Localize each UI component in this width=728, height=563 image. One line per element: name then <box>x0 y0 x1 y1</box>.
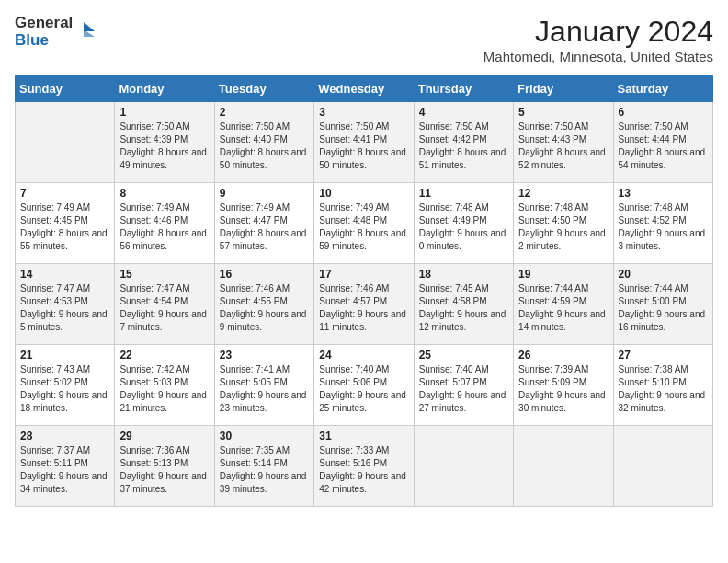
day-detail: Sunrise: 7:50 AMSunset: 4:42 PMDaylight:… <box>419 121 506 170</box>
header-monday: Monday <box>115 76 214 102</box>
day-number: 1 <box>119 106 209 119</box>
day-detail: Sunrise: 7:38 AMSunset: 5:10 PMDaylight:… <box>619 364 706 413</box>
calendar-cell: 19 Sunrise: 7:44 AMSunset: 4:59 PMDaylig… <box>514 264 613 345</box>
calendar-cell <box>414 426 513 507</box>
day-detail: Sunrise: 7:44 AMSunset: 4:59 PMDaylight:… <box>518 283 606 332</box>
week-row-1: 1 Sunrise: 7:50 AMSunset: 4:39 PMDayligh… <box>16 102 713 183</box>
day-detail: Sunrise: 7:45 AMSunset: 4:58 PMDaylight:… <box>419 283 506 332</box>
header-sunday: Sunday <box>16 76 115 102</box>
week-row-4: 21 Sunrise: 7:43 AMSunset: 5:02 PMDaylig… <box>16 345 713 426</box>
day-number: 19 <box>518 268 608 281</box>
day-detail: Sunrise: 7:49 AMSunset: 4:46 PMDaylight:… <box>119 202 207 251</box>
day-detail: Sunrise: 7:48 AMSunset: 4:50 PMDaylight:… <box>518 202 606 251</box>
calendar-cell: 8 Sunrise: 7:49 AMSunset: 4:46 PMDayligh… <box>115 183 214 264</box>
calendar-cell: 11 Sunrise: 7:48 AMSunset: 4:49 PMDaylig… <box>414 183 513 264</box>
logo-general: General <box>15 15 73 32</box>
calendar-cell <box>613 426 712 507</box>
day-number: 9 <box>220 187 309 200</box>
calendar-cell: 25 Sunrise: 7:40 AMSunset: 5:07 PMDaylig… <box>414 345 513 426</box>
day-detail: Sunrise: 7:33 AMSunset: 5:16 PMDaylight:… <box>319 445 406 494</box>
logo: General Blue <box>15 15 95 49</box>
day-detail: Sunrise: 7:49 AMSunset: 4:47 PMDaylight:… <box>220 202 307 251</box>
page-header: General Blue January 2024 Mahtomedi, Min… <box>15 15 713 64</box>
location: Mahtomedi, Minnesota, United States <box>483 49 713 64</box>
day-number: 8 <box>119 187 209 200</box>
day-number: 26 <box>518 349 608 362</box>
calendar-cell: 20 Sunrise: 7:44 AMSunset: 5:00 PMDaylig… <box>613 264 712 345</box>
day-number: 16 <box>220 268 309 281</box>
day-number: 23 <box>220 349 309 362</box>
calendar-cell: 18 Sunrise: 7:45 AMSunset: 4:58 PMDaylig… <box>414 264 513 345</box>
day-detail: Sunrise: 7:36 AMSunset: 5:13 PMDaylight:… <box>119 445 207 494</box>
calendar-cell: 23 Sunrise: 7:41 AMSunset: 5:05 PMDaylig… <box>214 345 313 426</box>
calendar-cell: 12 Sunrise: 7:48 AMSunset: 4:50 PMDaylig… <box>514 183 613 264</box>
day-detail: Sunrise: 7:48 AMSunset: 4:52 PMDaylight:… <box>619 202 706 251</box>
day-detail: Sunrise: 7:47 AMSunset: 4:53 PMDaylight:… <box>20 283 108 332</box>
header-thursday: Thursday <box>414 76 513 102</box>
week-row-5: 28 Sunrise: 7:37 AMSunset: 5:11 PMDaylig… <box>16 426 713 507</box>
calendar-cell <box>16 102 115 183</box>
title-block: January 2024 Mahtomedi, Minnesota, Unite… <box>483 15 713 64</box>
day-number: 27 <box>619 349 708 362</box>
day-number: 20 <box>619 268 708 281</box>
header-saturday: Saturday <box>613 76 712 102</box>
calendar-cell: 15 Sunrise: 7:47 AMSunset: 4:54 PMDaylig… <box>115 264 214 345</box>
calendar-cell: 16 Sunrise: 7:46 AMSunset: 4:55 PMDaylig… <box>214 264 313 345</box>
day-number: 31 <box>319 430 408 442</box>
week-row-3: 14 Sunrise: 7:47 AMSunset: 4:53 PMDaylig… <box>16 264 713 345</box>
day-detail: Sunrise: 7:35 AMSunset: 5:14 PMDaylight:… <box>220 445 307 494</box>
day-number: 17 <box>319 268 408 281</box>
day-detail: Sunrise: 7:48 AMSunset: 4:49 PMDaylight:… <box>419 202 506 251</box>
calendar-cell: 29 Sunrise: 7:36 AMSunset: 5:13 PMDaylig… <box>115 426 214 507</box>
calendar-cell: 28 Sunrise: 7:37 AMSunset: 5:11 PMDaylig… <box>16 426 115 507</box>
day-detail: Sunrise: 7:39 AMSunset: 5:09 PMDaylight:… <box>518 364 606 413</box>
day-detail: Sunrise: 7:37 AMSunset: 5:11 PMDaylight:… <box>20 445 108 494</box>
calendar-cell: 3 Sunrise: 7:50 AMSunset: 4:41 PMDayligh… <box>314 102 414 183</box>
day-number: 11 <box>419 187 508 200</box>
calendar-cell: 31 Sunrise: 7:33 AMSunset: 5:16 PMDaylig… <box>314 426 414 507</box>
day-detail: Sunrise: 7:44 AMSunset: 5:00 PMDaylight:… <box>619 283 706 332</box>
svg-marker-0 <box>84 22 95 31</box>
calendar-cell: 22 Sunrise: 7:42 AMSunset: 5:03 PMDaylig… <box>115 345 214 426</box>
day-number: 6 <box>619 106 708 119</box>
calendar-cell: 13 Sunrise: 7:48 AMSunset: 4:52 PMDaylig… <box>613 183 712 264</box>
calendar-cell: 6 Sunrise: 7:50 AMSunset: 4:44 PMDayligh… <box>613 102 712 183</box>
day-detail: Sunrise: 7:46 AMSunset: 4:57 PMDaylight:… <box>319 283 406 332</box>
day-detail: Sunrise: 7:50 AMSunset: 4:41 PMDaylight:… <box>319 121 406 170</box>
day-number: 18 <box>419 268 508 281</box>
week-row-2: 7 Sunrise: 7:49 AMSunset: 4:45 PMDayligh… <box>16 183 713 264</box>
day-detail: Sunrise: 7:41 AMSunset: 5:05 PMDaylight:… <box>220 364 307 413</box>
logo-bird-icon <box>74 20 95 44</box>
day-detail: Sunrise: 7:50 AMSunset: 4:39 PMDaylight:… <box>119 121 207 170</box>
day-number: 30 <box>220 430 309 442</box>
day-number: 2 <box>220 106 309 119</box>
day-detail: Sunrise: 7:47 AMSunset: 4:54 PMDaylight:… <box>119 283 207 332</box>
calendar-cell: 7 Sunrise: 7:49 AMSunset: 4:45 PMDayligh… <box>16 183 115 264</box>
day-detail: Sunrise: 7:50 AMSunset: 4:44 PMDaylight:… <box>619 121 706 170</box>
calendar-cell: 24 Sunrise: 7:40 AMSunset: 5:06 PMDaylig… <box>314 345 414 426</box>
day-number: 21 <box>20 349 109 362</box>
day-number: 5 <box>518 106 608 119</box>
day-number: 15 <box>119 268 209 281</box>
calendar-cell: 30 Sunrise: 7:35 AMSunset: 5:14 PMDaylig… <box>214 426 313 507</box>
header-friday: Friday <box>514 76 613 102</box>
day-number: 25 <box>419 349 508 362</box>
day-detail: Sunrise: 7:42 AMSunset: 5:03 PMDaylight:… <box>119 364 207 413</box>
day-number: 13 <box>619 187 708 200</box>
day-number: 3 <box>319 106 408 119</box>
day-number: 7 <box>20 187 109 200</box>
calendar-cell: 5 Sunrise: 7:50 AMSunset: 4:43 PMDayligh… <box>514 102 613 183</box>
day-detail: Sunrise: 7:43 AMSunset: 5:02 PMDaylight:… <box>20 364 108 413</box>
day-number: 22 <box>119 349 209 362</box>
calendar-cell: 26 Sunrise: 7:39 AMSunset: 5:09 PMDaylig… <box>514 345 613 426</box>
calendar-header-row: SundayMondayTuesdayWednesdayThursdayFrid… <box>16 76 713 102</box>
day-detail: Sunrise: 7:50 AMSunset: 4:43 PMDaylight:… <box>518 121 606 170</box>
month-title: January 2024 <box>483 15 713 49</box>
day-detail: Sunrise: 7:49 AMSunset: 4:45 PMDaylight:… <box>20 202 108 251</box>
calendar-cell: 9 Sunrise: 7:49 AMSunset: 4:47 PMDayligh… <box>214 183 313 264</box>
calendar-cell: 17 Sunrise: 7:46 AMSunset: 4:57 PMDaylig… <box>314 264 414 345</box>
day-detail: Sunrise: 7:50 AMSunset: 4:40 PMDaylight:… <box>220 121 307 170</box>
calendar-table: SundayMondayTuesdayWednesdayThursdayFrid… <box>15 75 713 507</box>
day-number: 14 <box>20 268 109 281</box>
day-detail: Sunrise: 7:40 AMSunset: 5:07 PMDaylight:… <box>419 364 506 413</box>
